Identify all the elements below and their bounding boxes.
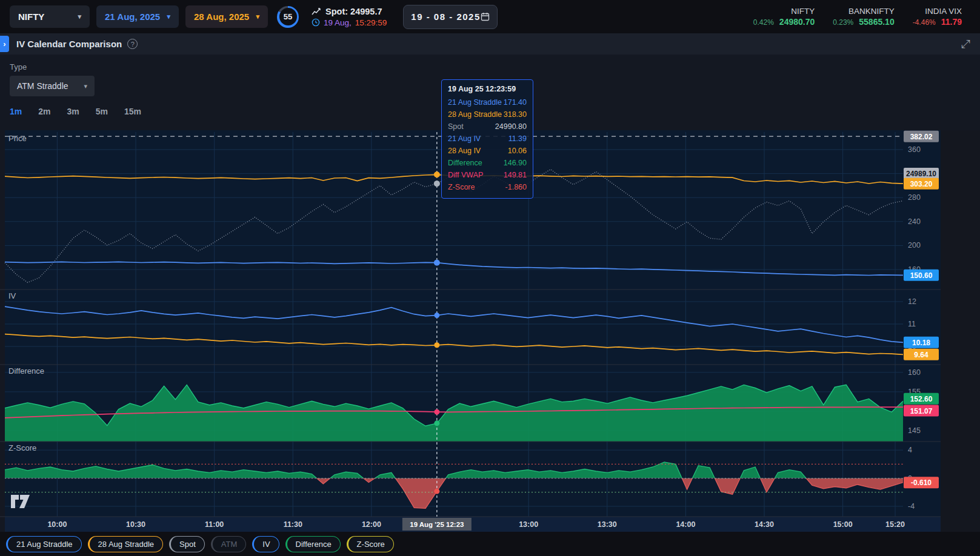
svg-text:-0.610: -0.610 <box>911 478 932 487</box>
axis-tick-label: 200 <box>908 241 921 250</box>
index-value: 55865.10 <box>859 17 894 27</box>
axis-tick-label: 240 <box>908 217 921 226</box>
spot-info: Spot: 24995.7 19 Aug, 15:29:59 <box>312 7 387 27</box>
type-value: ATM Straddle <box>17 81 68 91</box>
legend-21-aug-straddle[interactable]: 21 Aug Straddle <box>6 536 82 552</box>
date-picker-value: 19 - 08 - 2025 <box>411 12 480 22</box>
far-expiry-label: 28 Aug, 2025 <box>194 12 249 22</box>
index-value: 11.79 <box>941 17 962 27</box>
countdown-value: 55 <box>279 8 297 25</box>
svg-text:303.20: 303.20 <box>910 180 933 188</box>
timeframe-3m[interactable]: 3m <box>67 107 79 116</box>
chevron-down-icon: ▾ <box>78 13 81 21</box>
symbol-label: NIFTY <box>18 12 44 22</box>
near-expiry-select[interactable]: 21 Aug, 2025 ▾ <box>96 5 179 28</box>
crosshair-dot <box>434 180 440 187</box>
chart-line-icon <box>312 7 321 16</box>
time-tick-label: 11:00 <box>205 520 224 529</box>
panel-label-price: Price <box>8 134 27 143</box>
time-tick-label: 15:20 <box>885 520 905 529</box>
session-time: 15:29:59 <box>355 18 387 27</box>
index-indiavix: INDIA VIX -4.46% 11.79 <box>913 7 962 27</box>
crosshair-dot <box>434 420 439 426</box>
axis-badge: 10.18 <box>904 337 939 348</box>
help-icon[interactable]: ? <box>127 39 138 49</box>
svg-text:152.60: 152.60 <box>910 395 933 403</box>
axis-tick-label: 12 <box>908 297 916 306</box>
time-tick-label: 13:00 <box>519 520 538 529</box>
axis-tick-label: -4 <box>908 502 915 511</box>
type-select[interactable]: ATM Straddle ▾ <box>10 76 95 96</box>
legend-atm[interactable]: ATM <box>211 536 246 552</box>
indices-strip: NIFTY 0.42% 24980.70 BANKNIFTY 0.23% 558… <box>753 7 970 27</box>
svg-text:24989.10: 24989.10 <box>906 170 936 178</box>
tooltip-row: 21 Aug Straddle171.40 <box>448 96 527 108</box>
crosshair-dot <box>434 260 440 266</box>
axis-tick-label: 4 <box>908 446 912 454</box>
index-banknifty: BANKNIFTY 0.23% 55865.10 <box>833 7 894 27</box>
tooltip-timestamp: 19 Aug 25 12:23:59 <box>448 85 527 93</box>
tooltip-row: Spot24990.80 <box>448 121 527 133</box>
timeframe-2m[interactable]: 2m <box>38 107 50 116</box>
page-title: IV Calendar Comparison <box>16 39 122 49</box>
timeframe-1m[interactable]: 1m <box>10 107 22 116</box>
svg-text:151.07: 151.07 <box>910 407 933 415</box>
chevron-down-icon: ▾ <box>167 13 170 21</box>
fullscreen-icon[interactable]: ⤢ <box>961 38 970 51</box>
panel-label-z-score: Z-Score <box>8 443 36 452</box>
chevron-down-icon: ▾ <box>256 13 259 21</box>
axis-badge: 382.02 <box>904 131 939 142</box>
legend-spot[interactable]: Spot <box>169 536 205 552</box>
clock-icon <box>312 18 320 27</box>
time-tick-label: 10:00 <box>47 520 67 529</box>
legend-difference[interactable]: Difference <box>285 536 341 552</box>
spot-value: Spot: 24995.7 <box>325 7 382 16</box>
axis-badge: 24989.10 <box>904 168 939 179</box>
timeframe-5m[interactable]: 5m <box>96 107 108 116</box>
tooltip-row: Z-Score-1.860 <box>448 181 527 193</box>
svg-text:382.02: 382.02 <box>910 133 933 141</box>
axis-badge: 151.07 <box>904 405 939 417</box>
top-bar: NIFTY ▾ 21 Aug, 2025 ▾ 28 Aug, 2025 ▾ 55… <box>0 0 980 33</box>
svg-text:19 Aug '25 12:23: 19 Aug '25 12:23 <box>410 521 464 528</box>
axis-tick-label: 145 <box>908 426 921 435</box>
axis-tick-label: 160 <box>908 368 921 377</box>
type-label: Type <box>10 62 970 71</box>
axis-badge: 9.64 <box>904 349 939 360</box>
session-date: 19 Aug, <box>324 18 352 27</box>
axis-badge: 150.60 <box>904 270 939 281</box>
far-expiry-select[interactable]: 28 Aug, 2025 ▾ <box>185 5 268 28</box>
svg-text:9.64: 9.64 <box>914 351 928 359</box>
crosshair-dot <box>434 489 439 494</box>
time-tick-label: 14:30 <box>755 520 774 529</box>
tooltip-row: 28 Aug IV10.06 <box>448 145 527 157</box>
crosshair-dot <box>434 313 439 318</box>
tooltip-row: Difference146.90 <box>448 157 527 169</box>
title-bar: › IV Calendar Comparison ? ⤢ <box>0 33 980 55</box>
calendar-icon <box>481 12 490 21</box>
axis-badge: -0.610 <box>904 477 939 488</box>
near-expiry-label: 21 Aug, 2025 <box>105 12 160 22</box>
panel-label-difference: Difference <box>8 366 44 376</box>
axis-tick-label: 280 <box>908 193 921 202</box>
chevron-down-icon: ▾ <box>84 82 87 90</box>
app-root: NIFTY ▾ 21 Aug, 2025 ▾ 28 Aug, 2025 ▾ 55… <box>0 0 980 556</box>
sidebar-toggle[interactable]: › <box>0 36 9 52</box>
series-legend: 21 Aug Straddle 28 Aug Straddle Spot ATM… <box>0 532 980 556</box>
time-tick-label: 11:30 <box>284 520 302 529</box>
panel-label-iv: IV <box>8 291 16 300</box>
crosshair-time-badge: 19 Aug '25 12:23 <box>402 518 472 531</box>
crosshair-dot <box>434 409 439 415</box>
legend-z-score[interactable]: Z-Score <box>347 536 394 552</box>
time-tick-label: 14:00 <box>676 520 695 529</box>
timeframe-15m[interactable]: 15m <box>124 107 141 116</box>
index-change: 0.23% <box>833 18 853 27</box>
index-nifty: NIFTY 0.42% 24980.70 <box>753 7 815 27</box>
symbol-select[interactable]: NIFTY ▾ <box>10 5 90 28</box>
crosshair-dot <box>434 342 439 348</box>
legend-28-aug-straddle[interactable]: 28 Aug Straddle <box>88 536 164 552</box>
legend-iv[interactable]: IV <box>252 536 279 552</box>
time-tick-label: 12:00 <box>362 520 381 529</box>
tooltip-row: 21 Aug IV11.39 <box>448 133 527 145</box>
date-picker-input[interactable]: 19 - 08 - 2025 <box>403 5 498 29</box>
